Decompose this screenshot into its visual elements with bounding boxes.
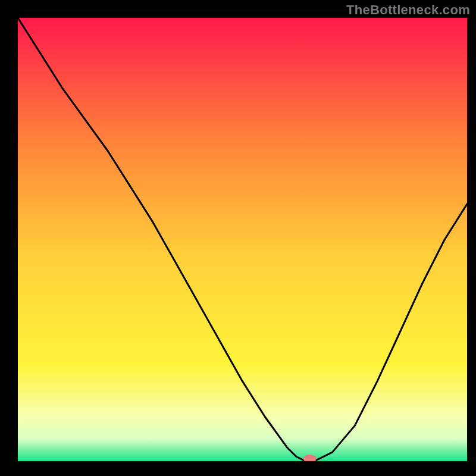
chart-svg [18, 18, 467, 461]
gradient-background [18, 18, 467, 461]
watermark-text: TheBottleneck.com [346, 2, 470, 18]
plot-area [18, 18, 467, 461]
chart-frame: TheBottleneck.com [0, 0, 476, 476]
